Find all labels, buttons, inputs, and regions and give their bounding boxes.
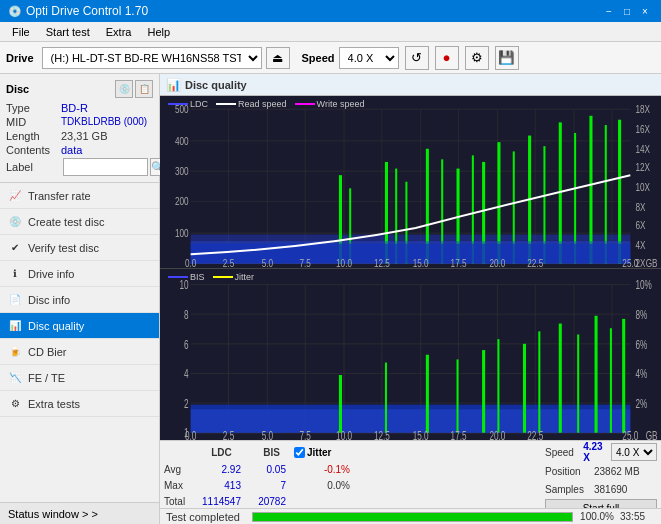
- right-info: Speed 4.23 X 4.0 X Position 23862 MB Sam…: [545, 443, 657, 497]
- avg-row: Avg 2.92 0.05 -0.1%: [164, 461, 537, 477]
- create-test-disc-icon: 💿: [8, 215, 22, 229]
- svg-text:8: 8: [184, 307, 189, 321]
- maximize-button[interactable]: □: [619, 3, 635, 19]
- legend-write-speed-label: Write speed: [317, 99, 365, 109]
- speed-select[interactable]: 4.0 X: [339, 47, 399, 69]
- nav-extra-tests[interactable]: ⚙ Extra tests: [0, 391, 159, 417]
- nav-fe-te[interactable]: 📉 FE / TE: [0, 365, 159, 391]
- svg-rect-97: [610, 328, 612, 432]
- svg-rect-88: [426, 354, 429, 432]
- jitter-header: Jitter: [307, 447, 331, 458]
- menu-file[interactable]: File: [4, 24, 38, 40]
- disc-type-row: Type BD-R: [6, 102, 153, 114]
- nav-drive-info-label: Drive info: [28, 268, 74, 280]
- jitter-checkbox[interactable]: [294, 447, 305, 458]
- bottom-left-stats: LDC BIS Jitter Avg 2.92 0.05 -0.1%: [160, 441, 541, 508]
- legend-read-speed: Read speed: [216, 99, 287, 109]
- svg-text:200: 200: [175, 195, 189, 207]
- quality-title: Disc quality: [185, 79, 247, 91]
- svg-rect-91: [497, 339, 499, 433]
- title-bar: 💿 Opti Drive Control 1.70 − □ ×: [0, 0, 661, 22]
- close-button[interactable]: ×: [637, 3, 653, 19]
- speed-info-label: Speed: [545, 447, 579, 458]
- disc-title: Disc: [6, 83, 29, 95]
- disc-length-row: Length 23,31 GB: [6, 130, 153, 142]
- disc-icon-2[interactable]: 📋: [135, 80, 153, 98]
- nav-transfer-rate-label: Transfer rate: [28, 190, 91, 202]
- svg-text:25.0: 25.0: [622, 428, 638, 440]
- nav-disc-info-label: Disc info: [28, 294, 70, 306]
- ldc-max: 413: [194, 480, 249, 491]
- charts-area: LDC Read speed Write speed: [160, 96, 661, 440]
- samples-row: Samples 381690: [545, 481, 657, 497]
- fe-te-icon: 📉: [8, 371, 22, 385]
- nav-disc-quality[interactable]: 📊 Disc quality: [0, 313, 159, 339]
- svg-rect-93: [538, 331, 540, 432]
- svg-text:14X: 14X: [635, 143, 650, 155]
- ldc-total: 1114547: [194, 496, 249, 507]
- progress-percent: 100.0%: [579, 511, 614, 522]
- nav-create-test-disc-label: Create test disc: [28, 216, 104, 228]
- nav-create-test-disc[interactable]: 💿 Create test disc: [0, 209, 159, 235]
- window-controls: − □ ×: [601, 3, 653, 19]
- progress-time: 33:55: [620, 511, 655, 522]
- bis-column-header: BIS: [249, 447, 294, 458]
- nav-transfer-rate[interactable]: 📈 Transfer rate: [0, 183, 159, 209]
- legend-ldc-label: LDC: [190, 99, 208, 109]
- bis-avg: 0.05: [249, 464, 294, 475]
- quality-header-icon: 📊: [166, 78, 181, 92]
- menu-start-test[interactable]: Start test: [38, 24, 98, 40]
- main-content: Drive (H:) HL-DT-ST BD-RE WH16NS58 TST4 …: [0, 42, 661, 524]
- right-panel: 📊 Disc quality LDC Read: [160, 74, 661, 524]
- disc-label-label: Label: [6, 161, 61, 173]
- status-window-label: Status window > >: [8, 508, 98, 520]
- bis-total: 20782: [249, 496, 294, 507]
- legend-jitter: Jitter: [213, 272, 255, 282]
- svg-text:6%: 6%: [635, 336, 647, 350]
- top-chart-svg: 500 400 300 200 100 0.0 2.5 5.0 7.5 10.0…: [160, 96, 661, 268]
- svg-rect-96: [595, 315, 598, 432]
- svg-text:10%: 10%: [635, 277, 651, 291]
- minimize-button[interactable]: −: [601, 3, 617, 19]
- jitter-check-area: Jitter: [294, 447, 331, 458]
- nav-items: 📈 Transfer rate 💿 Create test disc ✔ Ver…: [0, 183, 159, 502]
- svg-text:7.5: 7.5: [300, 428, 311, 440]
- status-window-button[interactable]: Status window > >: [0, 502, 159, 524]
- nav-extra-tests-label: Extra tests: [28, 398, 80, 410]
- eject-button[interactable]: ⏏: [266, 47, 290, 69]
- avg-label: Avg: [164, 464, 194, 475]
- jitter-avg: -0.1%: [294, 464, 354, 475]
- svg-text:16X: 16X: [635, 123, 650, 135]
- nav-cd-bier[interactable]: 🍺 CD Bier: [0, 339, 159, 365]
- disc-label-row: Label 🔍: [6, 158, 153, 176]
- nav-verify-test-disc[interactable]: ✔ Verify test disc: [0, 235, 159, 261]
- chart-top: LDC Read speed Write speed: [160, 96, 661, 269]
- svg-text:GB: GB: [646, 257, 658, 267]
- svg-rect-94: [559, 323, 562, 432]
- nav-drive-info[interactable]: ℹ Drive info: [0, 261, 159, 287]
- refresh-button[interactable]: ↺: [405, 46, 429, 70]
- nav-disc-info[interactable]: 📄 Disc info: [0, 287, 159, 313]
- disc-length-value: 23,31 GB: [61, 130, 107, 142]
- svg-text:0.0: 0.0: [185, 257, 196, 267]
- nav-disc-quality-label: Disc quality: [28, 320, 84, 332]
- speed-info-value: 4.23 X: [583, 441, 607, 463]
- options-button[interactable]: ⚙: [465, 46, 489, 70]
- speed-info-select[interactable]: 4.0 X: [611, 443, 657, 461]
- disc-icon-1[interactable]: 💿: [115, 80, 133, 98]
- svg-text:6X: 6X: [635, 219, 646, 231]
- disc-panel: Disc 💿 📋 Type BD-R MID TDKBLDRBB (000) L…: [0, 74, 159, 183]
- menu-extra[interactable]: Extra: [98, 24, 140, 40]
- burn-button[interactable]: ●: [435, 46, 459, 70]
- total-row: Total 1114547 20782: [164, 493, 537, 509]
- drive-select[interactable]: (H:) HL-DT-ST BD-RE WH16NS58 TST4: [42, 47, 262, 69]
- speed-label: Speed: [302, 52, 335, 64]
- svg-text:17.5: 17.5: [451, 257, 467, 267]
- menu-help[interactable]: Help: [139, 24, 178, 40]
- disc-quality-icon: 📊: [8, 319, 22, 333]
- disc-label-input[interactable]: [63, 158, 148, 176]
- save-button[interactable]: 💾: [495, 46, 519, 70]
- svg-text:5.0: 5.0: [262, 428, 273, 440]
- disc-contents-row: Contents data: [6, 144, 153, 156]
- svg-text:10X: 10X: [635, 181, 650, 193]
